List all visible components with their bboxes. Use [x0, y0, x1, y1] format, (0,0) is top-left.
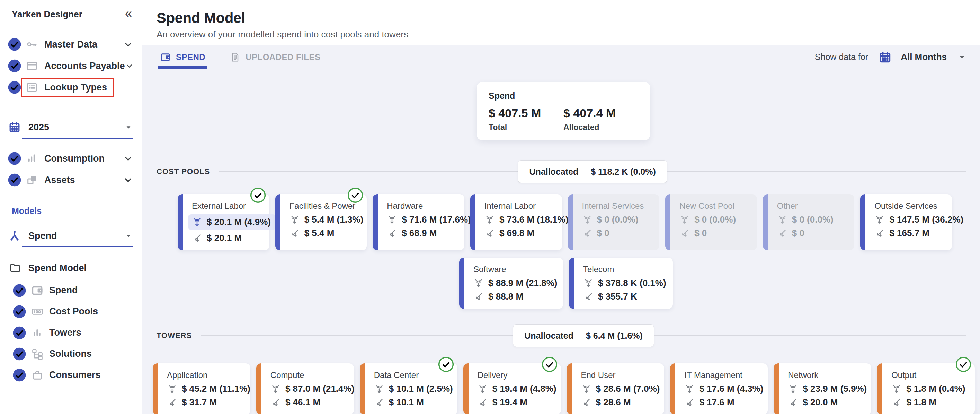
sidebar-item-towers[interactable]: Towers [0, 322, 142, 343]
sidebar-item-consumers[interactable]: Consumers [0, 364, 142, 385]
sidebar-item-cost-pools[interactable]: Cost Pools [0, 301, 142, 322]
cost-pools-section-label: COST POOLS [156, 167, 210, 176]
page-subtitle: An overview of your modelled spend into … [156, 29, 980, 40]
allocated-in-row: $ 28.6 M (7.0%) [581, 384, 662, 394]
tower-card-it-management[interactable]: IT Management $ 17.6 M (4.3%) $ 17.6 M [670, 363, 768, 414]
merge-in-icon [167, 384, 177, 394]
tower-card-end-user[interactable]: End User $ 28.6 M (7.0%) $ 28.6 M [567, 363, 665, 414]
main-area: Spend Model An overview of your modelled… [142, 0, 980, 414]
sidebar-item-solutions[interactable]: Solutions [0, 343, 142, 364]
merge-in-icon [192, 217, 202, 227]
tab-uploaded-files-label: UPLOADED FILES [245, 52, 320, 62]
chevron-down-icon[interactable] [123, 39, 133, 50]
split-out-icon [679, 228, 690, 238]
cost-pool-card-outside-services[interactable]: Outside Services $ 147.5 M (36.2%) $ 165… [860, 194, 952, 250]
cost-pool-card-other[interactable]: Other $ 0 (0.0%) $ 0 [763, 194, 854, 250]
sidebar-divider [8, 107, 133, 107]
allocated-out-row: $ 355.7 K [583, 291, 671, 302]
towers-section-header: TOWERS Unallocated $ 6.4 M (1.6%) [156, 324, 966, 347]
sidebar-item-master-data[interactable]: Master Data [0, 34, 142, 55]
chevron-down-icon[interactable] [123, 153, 133, 164]
chevron-down-icon[interactable] [123, 175, 133, 185]
cost-pool-card-telecom[interactable]: Telecom $ 378.8 K (0.1%) $ 355.7 K [569, 257, 673, 309]
tower-card-compute[interactable]: Compute $ 87.0 M (21.4%) $ 46.1 M [256, 363, 354, 414]
collapse-sidebar-icon[interactable]: « [125, 7, 132, 20]
merge-in-icon [583, 278, 593, 288]
merge-in-icon [270, 384, 281, 394]
months-filter-value[interactable]: All Months [901, 52, 947, 62]
split-out-icon [788, 397, 798, 408]
cost-pool-card-external-labor[interactable]: External Labor $ 20.1 M (4.9%) $ 20.1 M [178, 194, 269, 250]
sidebar-item-assets[interactable]: Assets [0, 169, 142, 191]
allocated-in-value: $ 17.6 M (4.3%) [699, 384, 763, 394]
sidebar-item-body: Towers [31, 327, 81, 339]
sidebar-item-spend[interactable]: Spend [0, 280, 142, 301]
cost-pools-row-1: External Labor $ 20.1 M (4.9%) $ 20.1 M … [178, 194, 952, 250]
chevron-down-icon[interactable] [125, 61, 133, 71]
cost-pool-card-new-cost-pool[interactable]: New Cost Pool $ 0 (0.0%) $ 0 [665, 194, 757, 250]
cost-pools-unallocated-chip[interactable]: Unallocated $ 118.2 K (0.0%) [518, 160, 667, 183]
allocated-out-value: $ 46.1 M [285, 397, 320, 408]
card-title: Internal Labor [484, 201, 560, 211]
allocated-out-row: $ 28.6 M [581, 397, 662, 408]
sidebar-item-body: Cost Pools [31, 305, 98, 318]
allocated-in-row: $ 378.8 K (0.1%) [583, 278, 671, 288]
briefcase-icon [31, 369, 44, 381]
sidebar-item-body: Consumption [25, 152, 105, 165]
caret-down-icon [124, 123, 133, 132]
sidebar-item-consumption[interactable]: Consumption [0, 148, 142, 169]
allocated-out-row: $ 165.7 M [874, 228, 950, 238]
towers-unallocated-chip[interactable]: Unallocated $ 6.4 M (1.6%) [513, 324, 654, 347]
allocated-out-row: $ 0 [582, 228, 658, 238]
sidebar: Yarken Designer « Master Data Accounts P… [0, 0, 142, 414]
allocated-in-value: $ 0 (0.0%) [597, 214, 638, 225]
checked-circle-icon [8, 59, 21, 73]
checked-circle-icon [8, 173, 21, 187]
merge-in-icon [387, 215, 397, 225]
hub-icon [8, 230, 21, 242]
sidebar-item-accounts-payable[interactable]: Accounts Payable [0, 55, 142, 77]
sidebar-item-label: Spend [49, 285, 78, 296]
org-chart-icon [31, 348, 44, 360]
section-line [667, 171, 966, 172]
sidebar-item-lookup-types[interactable]: Lookup Types [0, 77, 142, 98]
content-area: Spend $ 407.5 M Total $ 407.4 M Allocate… [142, 69, 980, 414]
allocated-out-row: $ 68.9 M [387, 228, 462, 238]
cost-pool-card-software[interactable]: Software $ 88.9 M (21.8%) $ 88.8 M [459, 257, 563, 309]
tower-card-delivery[interactable]: Delivery $ 19.4 M (4.8%) $ 19.4 M [463, 363, 561, 414]
card-title: Application [167, 370, 248, 380]
cost-pool-card-facilities-power[interactable]: Facilities & Power $ 5.4 M (1.3%) $ 5.4 … [275, 194, 367, 250]
cost-pool-card-internal-labor[interactable]: Internal Labor $ 73.6 M (18.1%) $ 69.8 M [470, 194, 562, 250]
allocated-in-row: $ 88.9 M (21.8%) [473, 278, 561, 288]
split-out-icon [583, 292, 593, 302]
allocated-out-value: $ 0 [792, 228, 805, 238]
cost-pool-card-hardware[interactable]: Hardware $ 71.6 M (17.6%) $ 68.9 M [372, 194, 465, 250]
sidebar-primary-nav: Master Data Accounts Payable Lookup Type… [0, 34, 142, 98]
sidebar-item-body: Spend [31, 285, 78, 297]
year-selector[interactable]: 2025 [0, 114, 142, 140]
summary-allocated: $ 407.4 M Allocated [563, 106, 638, 132]
sidebar-model-tree: Spend Cost Pools Towers Solutions Consum… [0, 280, 142, 385]
tower-card-network[interactable]: Network $ 23.9 M (5.9%) $ 20.0 M [773, 363, 871, 414]
allocated-out-row: $ 0 [777, 228, 853, 238]
tower-card-application[interactable]: Application $ 45.2 M (11.1%) $ 31.7 M [153, 363, 250, 414]
allocated-in-value: $ 19.4 M (4.8%) [492, 384, 557, 394]
sidebar-header: Yarken Designer « [0, 0, 142, 20]
sidebar-secondary-nav: Consumption Assets [0, 148, 142, 191]
allocated-out-value: $ 69.8 M [500, 228, 535, 238]
models-section-label: Models [12, 206, 142, 216]
cost-pool-card-internal-services[interactable]: Internal Services $ 0 (0.0%) $ 0 [568, 194, 660, 250]
tab-uploaded-files[interactable]: UPLOADED FILES [228, 45, 322, 69]
app-root: Yarken Designer « Master Data Accounts P… [0, 0, 980, 414]
model-selector[interactable]: Spend [0, 223, 142, 249]
calendar-icon[interactable] [878, 51, 892, 64]
tower-card-output[interactable]: Output $ 1.8 M (0.4%) $ 1.8 M [877, 363, 975, 414]
tab-spend-label: SPEND [176, 52, 205, 62]
tower-card-data-center[interactable]: Data Center $ 10.1 M (2.5%) $ 10.1 M [360, 363, 457, 414]
caret-down-icon[interactable] [957, 52, 967, 62]
split-out-icon [582, 228, 592, 238]
section-line [219, 171, 518, 172]
merge-in-icon [684, 384, 695, 394]
sidebar-item-spend-model-root[interactable]: Spend Model [0, 257, 142, 278]
tab-spend[interactable]: SPEND [158, 45, 207, 69]
